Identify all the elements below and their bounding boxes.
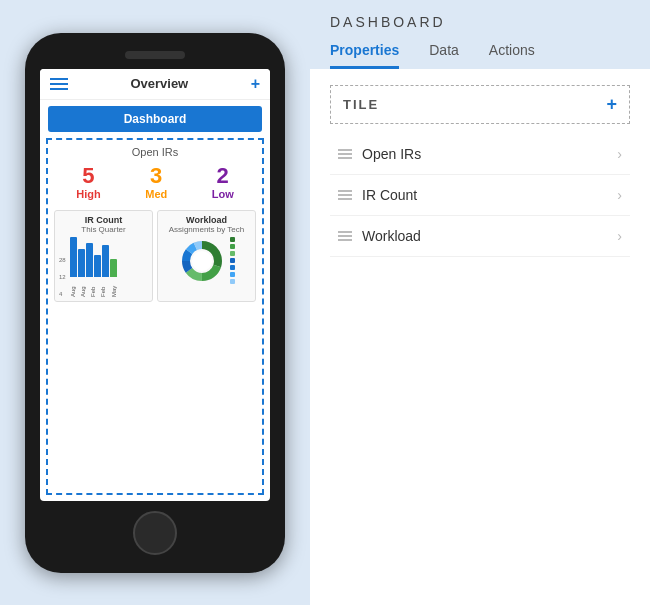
hamburger-icon[interactable]: [50, 78, 68, 90]
ir-count-chart: IR Count This Quarter 28 12 4: [54, 210, 153, 302]
list-item-label-ir-count: IR Count: [362, 187, 417, 203]
donut-svg: [178, 237, 226, 285]
drag-handle-open-irs: [338, 149, 352, 159]
drag-handle-ir-count: [338, 190, 352, 200]
phone-home-button[interactable]: [133, 511, 177, 555]
dashboard-button[interactable]: Dashboard: [48, 106, 262, 132]
chevron-right-icon: ›: [617, 146, 622, 162]
tab-actions[interactable]: Actions: [489, 42, 535, 69]
svg-point-8: [192, 251, 212, 271]
med-number: 3: [145, 164, 167, 188]
panel-content: TILE + Open IRs › IR Count ›: [310, 69, 650, 605]
stat-med: 3 Med: [145, 164, 167, 200]
screen-header: Overview +: [40, 69, 270, 100]
right-panel: DASHBOARD Properties Data Actions TILE +: [310, 0, 650, 605]
donut-legend: [230, 237, 235, 284]
bar-5: [102, 245, 109, 277]
list-item-open-irs[interactable]: Open IRs ›: [330, 134, 630, 175]
chevron-right-icon-2: ›: [617, 187, 622, 203]
tile-label: TILE: [343, 97, 379, 112]
high-number: 5: [76, 164, 100, 188]
workload-title: Workload: [162, 215, 251, 225]
bar-legend: Aug Aug Feb Feb May: [68, 279, 119, 297]
stat-high: 5 High: [76, 164, 100, 200]
chevron-right-icon-3: ›: [617, 228, 622, 244]
bar-2: [78, 249, 85, 277]
low-number: 2: [212, 164, 234, 188]
add-icon[interactable]: +: [251, 75, 260, 93]
left-panel: Overview + Dashboard Open IRs 5 High 3 M…: [0, 0, 310, 605]
screen-title: Overview: [130, 76, 188, 91]
tabs-row: Properties Data Actions: [330, 42, 630, 69]
list-item-label-workload: Workload: [362, 228, 421, 244]
ir-count-subtitle: This Quarter: [59, 225, 148, 234]
charts-row: IR Count This Quarter 28 12 4: [54, 210, 256, 302]
tab-properties[interactable]: Properties: [330, 42, 399, 69]
drag-handle-workload: [338, 231, 352, 241]
stats-row: 5 High 3 Med 2 Low: [54, 164, 256, 200]
tile-header: TILE +: [330, 85, 630, 124]
workload-subtitle: Assignments by Tech: [162, 225, 251, 234]
bar-chart: [68, 237, 119, 277]
dashboard-title: DASHBOARD: [330, 14, 630, 30]
dashboard-header: DASHBOARD Properties Data Actions: [310, 0, 650, 69]
y-axis: 28 12 4: [59, 257, 66, 297]
bar-6: [110, 259, 117, 277]
phone-mockup: Overview + Dashboard Open IRs 5 High 3 M…: [25, 33, 285, 573]
phone-speaker: [125, 51, 185, 59]
med-label: Med: [145, 188, 167, 200]
bar-3: [86, 243, 93, 277]
high-label: High: [76, 188, 100, 200]
bar-4: [94, 255, 101, 277]
tile-section: Open IRs 5 High 3 Med 2 Low: [46, 138, 264, 495]
stat-low: 2 Low: [212, 164, 234, 200]
bar-1: [70, 237, 77, 277]
list-item-ir-count[interactable]: IR Count ›: [330, 175, 630, 216]
list-item-workload[interactable]: Workload ›: [330, 216, 630, 257]
low-label: Low: [212, 188, 234, 200]
donut-container: [162, 237, 251, 285]
open-irs-title: Open IRs: [54, 146, 256, 158]
ir-count-title: IR Count: [59, 215, 148, 225]
phone-screen: Overview + Dashboard Open IRs 5 High 3 M…: [40, 69, 270, 501]
tab-data[interactable]: Data: [429, 42, 459, 69]
list-item-label-open-irs: Open IRs: [362, 146, 421, 162]
workload-chart: Workload Assignments by Tech: [157, 210, 256, 302]
tile-add-button[interactable]: +: [606, 94, 617, 115]
